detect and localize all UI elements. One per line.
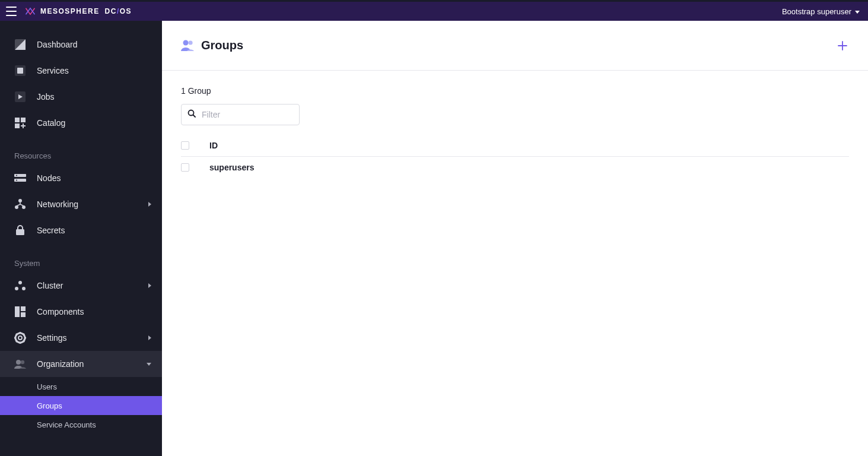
sidebar-item-label: Components <box>37 307 84 316</box>
topbar: MESOSPHERE DC/OS Bootstrap superuser <box>0 2 868 21</box>
svg-point-33 <box>21 360 24 364</box>
sidebar-item-label: Services <box>37 66 69 75</box>
secrets-icon <box>14 224 26 236</box>
brand-mesosphere: MESOSPHERE <box>40 7 100 15</box>
networking-icon <box>14 198 26 210</box>
filter-box[interactable] <box>181 104 300 125</box>
svg-point-34 <box>183 40 189 45</box>
brand-logo-icon <box>25 7 36 15</box>
svg-rect-20 <box>21 306 26 311</box>
sidebar-item-jobs[interactable]: Jobs <box>0 84 162 110</box>
user-menu-label: Bootstrap superuser <box>782 7 851 16</box>
sidebar-item-label: Nodes <box>37 173 61 183</box>
catalog-icon <box>14 117 26 129</box>
search-icon <box>187 109 196 120</box>
sidebar-subitem-label: Users <box>37 382 57 391</box>
svg-line-28 <box>16 334 17 335</box>
sidebar: Dashboard Services Jobs Catalo <box>0 21 162 456</box>
content: Groups 1 Group <box>162 21 868 456</box>
sidebar-item-label: Catalog <box>37 118 65 128</box>
page-title: Groups <box>201 39 243 52</box>
chevron-right-icon <box>148 283 151 288</box>
groups-icon <box>181 39 194 52</box>
components-icon <box>14 306 26 318</box>
chevron-right-icon <box>148 335 151 340</box>
chevron-down-icon <box>147 363 151 366</box>
brand-dc: DC <box>105 7 117 15</box>
sidebar-subitem-label: Groups <box>37 401 62 410</box>
group-id-cell[interactable]: superusers <box>209 163 849 172</box>
svg-point-17 <box>15 287 18 290</box>
sidebar-subitem-label: Service Accounts <box>37 420 96 429</box>
plus-icon <box>838 41 847 50</box>
menu-toggle-button[interactable] <box>5 5 18 18</box>
row-checkbox[interactable] <box>181 163 189 172</box>
svg-line-29 <box>23 341 24 342</box>
sidebar-item-label: Organization <box>37 359 84 369</box>
page-header: Groups <box>162 21 868 71</box>
dashboard-icon <box>14 39 26 50</box>
sidebar-item-cluster[interactable]: Cluster <box>0 273 162 299</box>
svg-point-16 <box>18 281 22 284</box>
svg-point-12 <box>18 199 22 202</box>
svg-point-23 <box>18 336 22 340</box>
svg-point-18 <box>22 287 26 290</box>
sidebar-subitem-groups[interactable]: Groups <box>0 396 162 415</box>
table-row: superusers <box>181 157 849 178</box>
svg-line-37 <box>193 115 196 118</box>
sidebar-item-components[interactable]: Components <box>0 299 162 325</box>
svg-rect-19 <box>15 306 20 317</box>
svg-rect-7 <box>15 124 20 128</box>
sidebar-item-services[interactable]: Services <box>0 58 162 84</box>
chevron-down-icon <box>855 11 860 14</box>
group-count-label: 1 Group <box>181 86 849 96</box>
sidebar-item-organization[interactable]: Organization <box>0 351 162 377</box>
services-icon <box>14 65 26 77</box>
svg-rect-6 <box>21 118 26 122</box>
sidebar-item-nodes[interactable]: Nodes <box>0 165 162 191</box>
table-header: ID <box>181 135 849 157</box>
sidebar-item-label: Jobs <box>37 92 55 102</box>
groups-table: ID superusers <box>181 135 849 178</box>
svg-rect-2 <box>17 68 23 74</box>
sidebar-item-label: Networking <box>37 200 78 209</box>
sidebar-section-resources: Resources <box>0 145 162 165</box>
svg-point-10 <box>16 175 17 176</box>
sidebar-item-secrets[interactable]: Secrets <box>0 217 162 243</box>
svg-point-32 <box>16 360 21 365</box>
page-body: 1 Group ID <box>162 71 868 194</box>
svg-rect-21 <box>21 312 26 317</box>
svg-rect-15 <box>16 229 24 235</box>
brand-text: MESOSPHERE DC/OS <box>40 7 132 15</box>
sidebar-item-label: Dashboard <box>37 40 78 49</box>
svg-line-31 <box>16 341 17 342</box>
nodes-icon <box>14 172 26 184</box>
brand-os: OS <box>120 7 132 15</box>
sidebar-item-settings[interactable]: Settings <box>0 325 162 351</box>
organization-icon <box>14 358 26 370</box>
add-group-button[interactable] <box>836 39 849 52</box>
chevron-right-icon <box>148 202 151 207</box>
brand[interactable]: MESOSPHERE DC/OS <box>25 7 132 15</box>
svg-point-35 <box>188 40 192 45</box>
gear-icon <box>14 332 26 344</box>
sidebar-item-label: Secrets <box>37 226 65 235</box>
sidebar-item-networking[interactable]: Networking <box>0 191 162 217</box>
user-menu[interactable]: Bootstrap superuser <box>782 7 860 16</box>
svg-line-30 <box>23 334 24 335</box>
svg-rect-5 <box>15 118 20 122</box>
sidebar-item-catalog[interactable]: Catalog <box>0 110 162 136</box>
sidebar-subitem-service-accounts[interactable]: Service Accounts <box>0 415 162 434</box>
sidebar-item-label: Settings <box>37 333 67 343</box>
sidebar-section-system: System <box>0 253 162 273</box>
filter-input[interactable] <box>202 110 306 119</box>
column-header-id[interactable]: ID <box>209 141 849 150</box>
sidebar-subitem-users[interactable]: Users <box>0 377 162 396</box>
select-all-checkbox[interactable] <box>181 141 189 150</box>
jobs-icon <box>14 91 26 103</box>
cluster-icon <box>14 280 26 292</box>
sidebar-item-dashboard[interactable]: Dashboard <box>0 31 162 58</box>
sidebar-item-label: Cluster <box>37 281 63 290</box>
svg-point-11 <box>16 180 17 181</box>
